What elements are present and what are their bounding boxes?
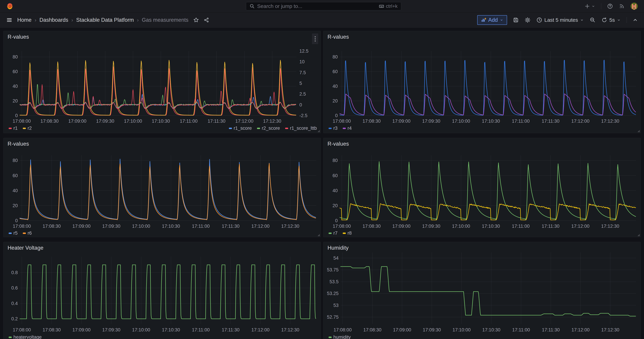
collapse-toolbar-button[interactable] (632, 18, 638, 22)
user-avatar[interactable] (630, 2, 638, 10)
refresh-icon (602, 17, 607, 23)
y-axis-tick-label: 60 (323, 173, 338, 178)
x-axis-tick-label: 17:11:00 (505, 118, 536, 124)
breadcrumb: Home› Dashboards› Stackable Data Platfor… (17, 17, 188, 23)
legend-item-r4[interactable]: r4 (343, 126, 352, 131)
chart-canvas (324, 31, 640, 133)
legend-item-r1_score[interactable]: r1_score (229, 126, 252, 131)
legend-item-r7[interactable]: r7 (328, 230, 338, 236)
timeseries-chart[interactable]: 80604020017:08:0017:08:3017:09:0017:09:3… (4, 138, 320, 237)
legend-label: heatervoltage (14, 334, 42, 339)
share-icon[interactable] (204, 17, 209, 23)
breadcrumb-folder[interactable]: Stackable Data Platform (76, 17, 134, 23)
legend-item-r2_score[interactable]: r2_score (257, 126, 280, 131)
legend-label: r7 (334, 230, 338, 236)
new-menu-button[interactable] (584, 4, 595, 9)
timeseries-chart[interactable]: 80604020012.5107.552.50-2.517:08:0017:08… (4, 31, 320, 133)
save-dashboard-button[interactable] (513, 17, 519, 23)
breadcrumb-separator: › (137, 17, 139, 23)
x-axis-tick-label: 17:08:00 (6, 224, 38, 229)
y-axis-tick-label: 80 (3, 54, 18, 60)
news-button[interactable] (619, 3, 625, 9)
x-axis-tick-label: 17:09:30 (96, 327, 127, 332)
search-shortcut: ctrl+k (379, 4, 398, 9)
legend-item-r2[interactable]: r2 (23, 126, 32, 131)
legend-item-r1_score_lttb[interactable]: r1_score_lttb (285, 126, 317, 131)
panel-title: R-values (328, 141, 349, 147)
add-button[interactable]: Add (477, 15, 507, 25)
chart-canvas (324, 138, 640, 237)
timeseries-chart[interactable]: 5453.7553.553.255352.7517:08:0017:08:301… (324, 242, 640, 339)
legend-item-r1[interactable]: r1 (8, 126, 18, 131)
zoom-out-button[interactable] (590, 17, 596, 23)
panel-title: R-values (8, 34, 29, 40)
help-button[interactable] (607, 3, 613, 9)
x-axis-tick-label: 17:10:30 (156, 327, 186, 332)
time-range-picker[interactable]: Last 5 minutes (536, 17, 584, 23)
breadcrumb-home[interactable]: Home (17, 17, 32, 23)
x-axis-tick-label: 17:12:00 (565, 224, 596, 229)
search-input[interactable]: Search or jump to... ctrl+k (246, 2, 401, 10)
series-heatervoltage (20, 265, 316, 319)
series-r8 (340, 204, 636, 220)
y-axis-tick-label: 20 (323, 98, 338, 104)
timeseries-chart[interactable]: 0.80.60.40.217:08:0017:08:3017:09:0017:0… (4, 242, 320, 339)
x-axis-tick-label: 17:08:30 (36, 224, 67, 229)
panel-menu-button[interactable] (312, 34, 318, 44)
legend-swatch (8, 128, 12, 129)
grafana-logo-icon[interactable] (6, 2, 14, 10)
y-axis-tick-label: 40 (323, 188, 338, 194)
legend-item-r8[interactable]: r8 (343, 230, 352, 236)
legend-item-heatervoltage[interactable]: heatervoltage (8, 334, 42, 339)
refresh-button[interactable]: 5s (602, 17, 621, 23)
y-axis-tick-label: 54 (323, 255, 338, 261)
x-axis-tick-label: 17:12:30 (595, 118, 626, 124)
legend-item-r3[interactable]: r3 (328, 126, 338, 131)
chart-legend: heatervoltage (8, 334, 42, 339)
legend-item-humidity[interactable]: humidity (328, 334, 351, 339)
x-axis-tick-label: 17:12:30 (595, 224, 626, 229)
plus-icon (584, 4, 590, 9)
x-axis-tick-label: 17:12:30 (275, 224, 306, 229)
x-axis-tick-label: 17:10:00 (126, 327, 156, 332)
timeseries-chart[interactable]: 80604020017:08:0017:08:3017:09:0017:09:3… (324, 138, 640, 237)
legend-label: r2 (28, 126, 32, 131)
menu-icon[interactable] (6, 17, 12, 23)
chart-legend: r1_scorer2_scorer1_score_lttb (229, 126, 317, 131)
breadcrumb-separator: › (35, 17, 36, 23)
add-panel-icon (481, 18, 486, 22)
x-axis-tick-label: 17:12:00 (229, 118, 260, 124)
panel-r-values-3: R-values 80604020017:08:0017:08:3017:09:… (3, 138, 321, 237)
dashboard-settings-button[interactable] (525, 17, 530, 23)
panel-r-values-2: R-values 80604020017:08:0017:08:3017:09:… (323, 31, 641, 133)
x-axis-tick-label: 17:09:00 (66, 224, 97, 229)
x-axis-tick-label: 17:08:00 (326, 224, 357, 229)
legend-swatch (343, 232, 346, 234)
panel-humidity: Humidity 5453.7553.553.255352.7517:08:00… (323, 242, 641, 339)
x-axis-tick-label: 17:09:30 (416, 118, 447, 124)
x-axis-tick-label: 17:10:30 (475, 224, 506, 229)
y-axis-tick-label: 53.75 (323, 267, 338, 272)
x-axis-tick-label: 17:11:00 (505, 224, 536, 229)
x-axis-tick-label: 17:09:00 (66, 327, 97, 332)
x-axis-tick-label: 17:09:30 (416, 224, 447, 229)
x-axis-tick-label: 17:08:30 (357, 327, 388, 332)
breadcrumb-dashboards[interactable]: Dashboards (40, 17, 68, 23)
y-axis-tick-label: 0 (323, 218, 338, 224)
legend-swatch (257, 128, 260, 129)
y-axis-right-tick-label: 12.5 (300, 48, 318, 54)
y-axis-tick-label: 60 (3, 69, 18, 74)
chart-canvas (4, 31, 320, 133)
star-icon[interactable] (193, 17, 199, 23)
legend-item-r5[interactable]: r5 (8, 230, 18, 236)
x-axis-tick-label: 17:08:30 (356, 118, 387, 124)
y-axis-tick-label: 80 (323, 54, 338, 60)
legend-swatch (229, 128, 232, 129)
legend-item-r6[interactable]: r6 (23, 230, 32, 236)
y-axis-tick-label: 80 (323, 158, 338, 163)
panel-title: R-values (8, 141, 29, 147)
save-icon (513, 17, 519, 23)
y-axis-tick-label: 52.75 (323, 314, 338, 320)
timeseries-chart[interactable]: 80604020017:08:0017:08:3017:09:0017:09:3… (324, 31, 640, 133)
y-axis-right-tick-label: 10 (300, 59, 318, 64)
